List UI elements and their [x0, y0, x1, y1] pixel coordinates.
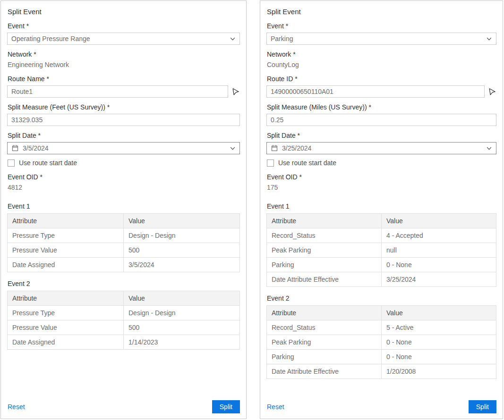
event-2-heading: Event 2 [267, 294, 496, 302]
value-cell: 500 [124, 243, 240, 258]
table-header-row: Attribute Value [8, 214, 240, 228]
value-column-header: Value [382, 214, 496, 228]
value-cell: 4 - Accepted [382, 228, 496, 243]
event-2-heading: Event 2 [8, 280, 240, 287]
split-date-value: 3/25/2024 [282, 144, 478, 152]
attribute-cell: Parking [267, 258, 382, 272]
value-cell: 0 - None [382, 258, 496, 272]
attribute-cell: Pressure Value [8, 320, 124, 335]
event-select[interactable]: Parking [266, 33, 496, 45]
network-value: Engineering Network [8, 61, 240, 69]
table-row: Date Attribute Effective 3/25/2024 [267, 272, 496, 287]
value-cell: 0 - None [382, 335, 496, 350]
page-title: Split Event [8, 8, 240, 16]
table-row: Pressure Type Design - Design [8, 228, 240, 243]
value-cell: 500 [124, 320, 240, 335]
value-cell: 5 - Active [382, 320, 496, 335]
split-date-label: Split Date * [267, 132, 496, 139]
table-row: Parking 0 - None [267, 258, 496, 272]
table-row: Peak Parking null [267, 243, 496, 258]
split-measure-input[interactable] [7, 114, 240, 126]
split-button[interactable]: Split [212, 400, 240, 413]
table-row: Date Attribute Effective 1/20/2008 [267, 364, 496, 379]
attribute-cell: Date Assigned [8, 335, 124, 350]
table-header-row: Attribute Value [267, 214, 496, 228]
value-column-header: Value [124, 291, 240, 306]
reset-link[interactable]: Reset [8, 403, 25, 411]
event-oid-label: Event OID * [8, 173, 240, 181]
attribute-cell: Record_Status [267, 228, 382, 243]
value-cell: 1/14/2023 [124, 335, 240, 350]
split-date-picker[interactable]: 3/5/2024 [7, 142, 240, 154]
table-row: Peak Parking 0 - None [267, 335, 496, 350]
split-date-label: Split Date * [8, 132, 240, 139]
use-route-start-date-checkbox[interactable] [8, 160, 15, 167]
page-title: Split Event [267, 8, 496, 16]
value-cell: 3/5/2024 [124, 258, 240, 272]
value-column-header: Value [124, 214, 240, 228]
chevron-down-icon [486, 36, 492, 42]
table-row: Record_Status 4 - Accepted [267, 228, 496, 243]
chevron-down-icon [230, 36, 236, 42]
event-select[interactable]: Operating Pressure Range [7, 33, 240, 45]
event-1-table: Attribute Value Record_Status 4 - Accept… [266, 213, 496, 287]
network-value: CountyLog [267, 61, 496, 69]
table-row: Date Assigned 1/14/2023 [8, 335, 240, 350]
split-date-value: 3/5/2024 [23, 144, 222, 152]
split-measure-label: Split Measure (Feet (US Survey)) * [8, 103, 240, 111]
value-cell: 1/20/2008 [382, 364, 496, 379]
use-route-start-date-label: Use route start date [278, 159, 336, 167]
event-1-heading: Event 1 [267, 202, 496, 210]
route-input[interactable] [266, 85, 485, 98]
split-button[interactable]: Split [469, 400, 496, 413]
value-column-header: Value [382, 306, 496, 320]
split-measure-input[interactable] [266, 114, 496, 126]
pick-route-on-map-icon[interactable] [488, 87, 496, 96]
event-2-table: Attribute Value Record_Status 5 - Active… [266, 305, 496, 379]
chevron-down-icon [230, 145, 236, 151]
attribute-cell: Pressure Type [8, 306, 124, 320]
attribute-column-header: Attribute [267, 306, 382, 320]
attribute-cell: Date Attribute Effective [267, 272, 382, 287]
attribute-cell: Parking [267, 350, 382, 364]
use-route-start-date-checkbox[interactable] [267, 160, 274, 167]
event-1-table: Attribute Value Pressure Type Design - D… [7, 213, 240, 272]
event-2-table: Attribute Value Pressure Type Design - D… [7, 291, 240, 350]
event-1-heading: Event 1 [8, 202, 240, 210]
event-label: Event * [8, 22, 240, 30]
calendar-icon [271, 144, 278, 152]
value-cell: Design - Design [124, 306, 240, 320]
table-row: Parking 0 - None [267, 350, 496, 364]
route-input[interactable] [7, 85, 228, 98]
table-header-row: Attribute Value [267, 306, 496, 320]
use-route-start-date-label: Use route start date [19, 159, 77, 167]
split-event-panel-left: Split Event Event * Operating Pressure R… [0, 0, 247, 419]
attribute-cell: Pressure Value [8, 243, 124, 258]
table-row: Pressure Type Design - Design [8, 306, 240, 320]
value-cell: null [382, 243, 496, 258]
route-label: Route ID * [267, 75, 496, 83]
event-label: Event * [267, 22, 496, 30]
event-select-value: Operating Pressure Range [11, 35, 226, 42]
route-label: Route Name * [8, 75, 240, 83]
chevron-down-icon [486, 145, 492, 151]
reset-link[interactable]: Reset [267, 403, 284, 411]
split-date-picker[interactable]: 3/25/2024 [266, 142, 496, 154]
value-cell: 0 - None [382, 350, 496, 364]
table-row: Date Assigned 3/5/2024 [8, 258, 240, 272]
attribute-column-header: Attribute [8, 291, 124, 306]
network-label: Network * [267, 50, 496, 58]
attribute-cell: Peak Parking [267, 335, 382, 350]
split-event-panels: Split Event Event * Operating Pressure R… [0, 0, 504, 420]
attribute-column-header: Attribute [267, 214, 382, 228]
pick-route-on-map-icon[interactable] [231, 87, 240, 96]
table-row: Pressure Value 500 [8, 320, 240, 335]
event-oid-value: 4812 [8, 184, 240, 192]
attribute-column-header: Attribute [8, 214, 124, 228]
split-event-panel-right: Split Event Event * Parking Network * Co… [260, 0, 503, 419]
attribute-cell: Date Attribute Effective [267, 364, 382, 379]
table-row: Pressure Value 500 [8, 243, 240, 258]
event-select-value: Parking [271, 35, 482, 42]
value-cell: Design - Design [124, 228, 240, 243]
value-cell: 3/25/2024 [382, 272, 496, 287]
